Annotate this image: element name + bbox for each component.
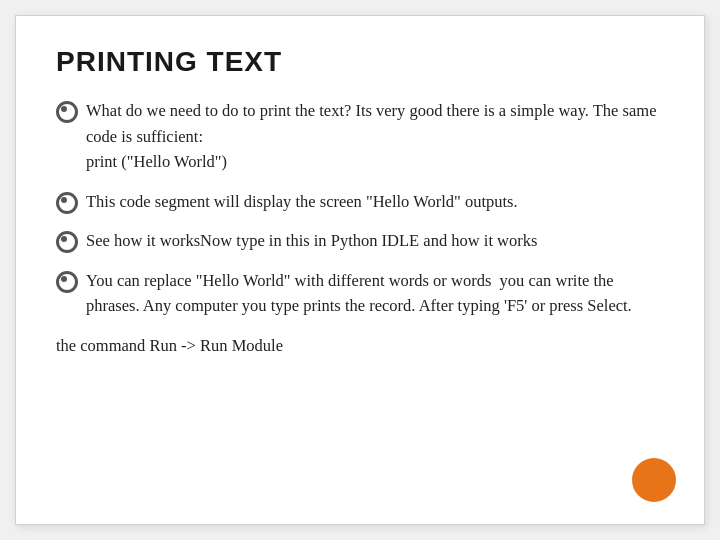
bullet-icon-2: [56, 190, 78, 212]
bullet-icon-3: [56, 229, 78, 251]
bullet-text-3: See how it worksNow type in this in Pyth…: [86, 228, 664, 254]
list-item: What do we need to do to print the text?…: [56, 98, 664, 175]
list-item: See how it worksNow type in this in Pyth…: [56, 228, 664, 254]
decorative-circle: [632, 458, 676, 502]
slide: PRINTING TEXT What do we need to do to p…: [15, 15, 705, 525]
list-item: This code segment will display the scree…: [56, 189, 664, 215]
bullet-icon-4: [56, 269, 78, 291]
slide-title: PRINTING TEXT: [56, 46, 664, 78]
bullet-list: What do we need to do to print the text?…: [56, 98, 664, 319]
last-line: the command Run -> Run Module: [56, 333, 664, 359]
bullet-text-4: You can replace "Hello World" with diffe…: [86, 268, 664, 319]
bullet-text-1: What do we need to do to print the text?…: [86, 98, 664, 175]
list-item: You can replace "Hello World" with diffe…: [56, 268, 664, 319]
bullet-text-2: This code segment will display the scree…: [86, 189, 664, 215]
bullet-icon-1: [56, 99, 78, 121]
